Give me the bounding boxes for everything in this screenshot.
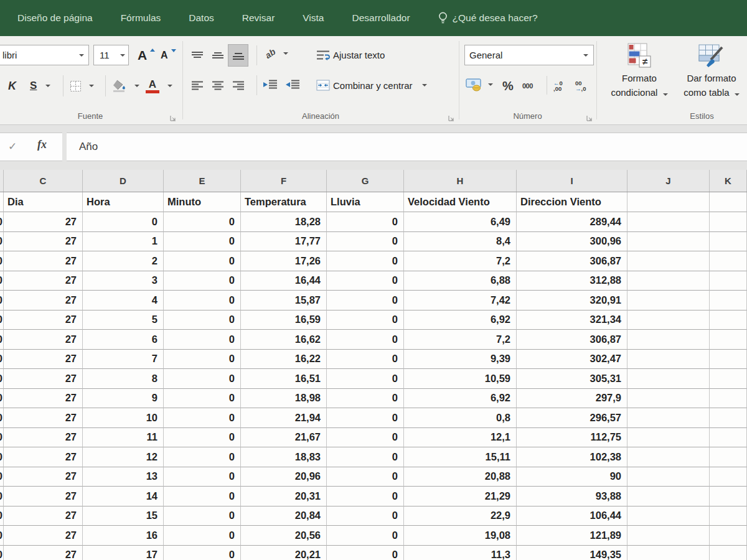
align-bottom-button[interactable] xyxy=(228,44,248,67)
cell[interactable]: 27 xyxy=(4,291,83,310)
cell[interactable]: 0 xyxy=(164,447,241,467)
column-header-D[interactable]: D xyxy=(83,170,164,192)
accounting-format-button[interactable] xyxy=(466,73,493,96)
cell[interactable] xyxy=(710,251,747,271)
ribbon-tab-vista[interactable]: Vista xyxy=(303,12,324,24)
cell[interactable]: 121,89 xyxy=(517,526,627,546)
align-top-button[interactable] xyxy=(187,44,207,67)
font-name-combo[interactable]: libri xyxy=(0,45,89,65)
ribbon-tab-revisar[interactable]: Revisar xyxy=(242,12,275,24)
cell[interactable] xyxy=(710,447,747,467)
cell[interactable] xyxy=(710,271,747,291)
cell[interactable]: 12,1 xyxy=(404,428,517,448)
align-center-button[interactable] xyxy=(207,74,228,96)
cell[interactable]: 0 xyxy=(164,389,241,409)
cell[interactable]: 20,96 xyxy=(241,467,327,487)
cell[interactable]: 0 xyxy=(164,428,241,448)
cell[interactable]: 27 xyxy=(4,232,83,252)
cell[interactable]: 0 xyxy=(164,546,241,560)
cell[interactable]: 27 xyxy=(4,251,83,271)
cell[interactable]: 11,3 xyxy=(404,546,517,560)
alignment-dialog-launcher[interactable] xyxy=(448,113,454,124)
cell[interactable]: 27 xyxy=(4,467,83,487)
cell[interactable]: 21,29 xyxy=(404,487,517,506)
cell[interactable]: 27 xyxy=(4,447,83,467)
cell[interactable]: 14 xyxy=(83,487,164,506)
cell[interactable]: 7,2 xyxy=(404,251,517,271)
cell[interactable] xyxy=(710,291,747,310)
cell[interactable]: Temperatura xyxy=(241,192,327,212)
cell[interactable]: 0 xyxy=(164,271,241,291)
cell[interactable]: 21,94 xyxy=(241,408,327,428)
cell[interactable]: 17,26 xyxy=(241,251,327,271)
cell[interactable]: 10 xyxy=(83,408,164,428)
cell[interactable]: 20,84 xyxy=(241,506,327,526)
cell[interactable]: 27 xyxy=(4,506,83,526)
cell[interactable]: 0 xyxy=(327,506,404,526)
cell[interactable] xyxy=(627,546,710,560)
cell[interactable]: 27 xyxy=(4,310,83,330)
align-left-button[interactable] xyxy=(187,74,207,96)
cell[interactable]: 0 xyxy=(164,408,241,428)
cell[interactable]: 16,59 xyxy=(241,310,327,330)
cell[interactable]: 0 xyxy=(327,369,404,389)
cell[interactable] xyxy=(627,467,710,487)
cell[interactable]: 17,77 xyxy=(241,232,327,252)
fill-color-button[interactable] xyxy=(112,75,139,97)
align-middle-button[interactable] xyxy=(207,44,228,67)
cell[interactable]: 8 xyxy=(83,369,164,389)
cell[interactable]: 6,92 xyxy=(404,310,517,330)
cell[interactable]: 27 xyxy=(4,212,83,232)
cell[interactable] xyxy=(627,251,710,271)
cell[interactable]: 6,88 xyxy=(404,271,517,291)
increase-font-size-button[interactable]: A xyxy=(138,49,155,62)
number-format-combo[interactable]: General xyxy=(464,45,594,65)
cell[interactable]: 7,2 xyxy=(404,330,517,350)
cell[interactable]: 0 xyxy=(327,350,404,370)
cell[interactable] xyxy=(627,389,710,409)
font-size-combo[interactable]: 11 xyxy=(93,45,129,65)
cell[interactable]: 0 xyxy=(164,291,241,310)
cell[interactable]: 93,88 xyxy=(517,487,627,506)
percent-style-button[interactable]: % xyxy=(502,75,514,97)
borders-button[interactable] xyxy=(70,75,94,97)
cell[interactable]: Hora xyxy=(83,192,164,212)
cell[interactable]: 0 xyxy=(327,526,404,546)
cell[interactable]: 0 xyxy=(164,232,241,252)
ribbon-tab-f-rmulas[interactable]: Fórmulas xyxy=(121,12,161,24)
cell[interactable] xyxy=(710,192,747,212)
cell[interactable]: 21,67 xyxy=(241,428,327,448)
cell[interactable]: 297,9 xyxy=(517,389,627,409)
cell[interactable]: 0 xyxy=(164,212,241,232)
cell[interactable]: 27 xyxy=(4,408,83,428)
underline-button[interactable]: S xyxy=(30,75,50,97)
cell[interactable] xyxy=(627,428,710,448)
cell[interactable]: 27 xyxy=(4,389,83,409)
cell[interactable]: 102,38 xyxy=(517,447,627,467)
cell[interactable]: 27 xyxy=(4,428,83,448)
cell[interactable]: Lluvia xyxy=(327,192,404,212)
increase-decimal-button[interactable]: ←0 ,00 xyxy=(553,75,563,97)
ribbon-tab-desarrollador[interactable]: Desarrollador xyxy=(352,12,410,24)
font-dialog-launcher[interactable] xyxy=(170,113,176,124)
cell[interactable]: 4 xyxy=(83,291,164,310)
cell[interactable]: 0 xyxy=(327,447,404,467)
italic-button[interactable]: K xyxy=(8,75,16,97)
cell[interactable]: 15 xyxy=(83,506,164,526)
cell[interactable]: 0 xyxy=(164,251,241,271)
cell[interactable]: 20,31 xyxy=(241,487,327,506)
cell[interactable]: 27 xyxy=(4,350,83,370)
font-color-button[interactable]: A xyxy=(146,75,172,97)
comma-style-button[interactable]: 000 xyxy=(522,75,533,97)
merge-center-button[interactable]: Combinar y centrar xyxy=(316,80,427,91)
cell[interactable]: 7,42 xyxy=(404,291,517,310)
column-header-I[interactable]: I xyxy=(517,170,627,192)
conditional-formatting-button[interactable]: ≠ Formato condicional xyxy=(605,41,674,100)
cell[interactable]: 15,87 xyxy=(241,291,327,310)
cell[interactable]: 18,28 xyxy=(241,212,327,232)
insert-function-icon[interactable]: fx xyxy=(37,138,47,151)
cell[interactable]: 6 xyxy=(83,330,164,350)
cell[interactable]: 0,8 xyxy=(404,408,517,428)
cell[interactable]: 0 xyxy=(327,271,404,291)
cell[interactable]: 16 xyxy=(83,526,164,546)
